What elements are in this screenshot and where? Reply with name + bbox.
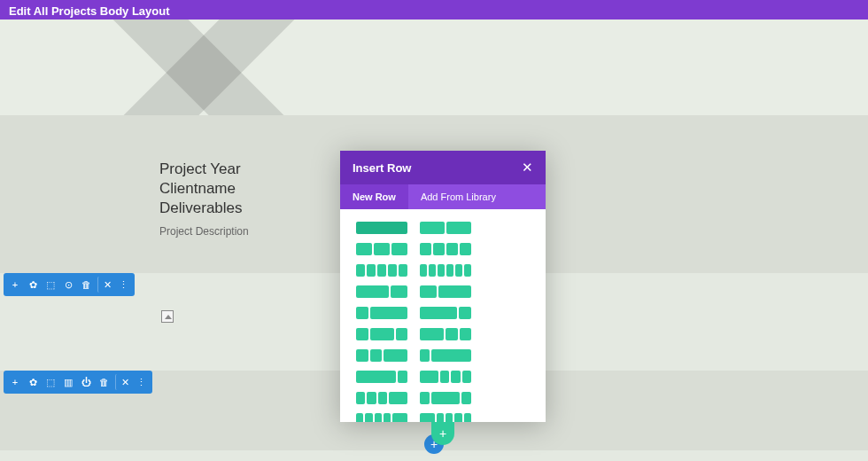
- delete-icon[interactable]: 🗑: [78, 277, 94, 293]
- hero-background-x: [115, 20, 292, 115]
- tab-new-row[interactable]: New Row: [340, 184, 408, 209]
- duplicate-icon[interactable]: ⬚: [43, 374, 58, 390]
- layout-1-2[interactable]: [420, 285, 471, 298]
- hero-section: [0, 20, 868, 115]
- layout-1-3[interactable]: [356, 307, 407, 319]
- project-description: Project Description: [159, 225, 337, 238]
- layout-4col[interactable]: [420, 243, 471, 255]
- modal-title: Insert Row: [353, 161, 411, 175]
- project-heading: Project Year Clientname Deliverables: [159, 160, 337, 218]
- text-column: Project Year Clientname Deliverables Pro…: [159, 160, 337, 238]
- insert-row-modal: Insert Row ✕ New Row Add From Library +: [340, 151, 546, 422]
- power-icon[interactable]: ⏻: [78, 374, 94, 390]
- heading-client: Clientname: [159, 180, 236, 197]
- heading-year: Project Year: [159, 160, 241, 177]
- settings-icon[interactable]: ✿: [25, 374, 41, 390]
- layout-options-grid: [340, 209, 546, 422]
- close-icon[interactable]: ✕: [97, 277, 113, 293]
- modal-header: Insert Row ✕: [340, 151, 546, 184]
- layout-1-1-4[interactable]: [356, 392, 407, 404]
- layout-2col[interactable]: [420, 222, 471, 234]
- layout-1-1-1-2[interactable]: [356, 413, 407, 422]
- layout-5col[interactable]: [356, 264, 407, 277]
- more-icon[interactable]: ⋮: [133, 374, 149, 390]
- layout-1-4[interactable]: [420, 349, 471, 362]
- modal-tabs: New Row Add From Library: [340, 184, 546, 209]
- top-bar-title: Edit All Projects Body Layout: [9, 4, 170, 18]
- tab-add-from-library[interactable]: Add From Library: [408, 184, 508, 209]
- heading-deliverables: Deliverables: [159, 199, 243, 216]
- layout-1col[interactable]: [356, 222, 407, 234]
- columns-icon[interactable]: ▥: [60, 374, 76, 390]
- layout-1-1-2[interactable]: [356, 349, 407, 362]
- layout-4-1[interactable]: [356, 371, 407, 383]
- layout-3col[interactable]: [356, 243, 407, 255]
- close-icon[interactable]: ✕: [522, 160, 533, 176]
- settings-icon[interactable]: ✿: [25, 277, 41, 293]
- layout-2-1-1[interactable]: [420, 328, 471, 340]
- section-toolbar-2: + ✿ ⬚ ▥ ⏻ 🗑 ✕ ⋮: [4, 371, 152, 394]
- delete-icon[interactable]: 🗑: [96, 374, 112, 390]
- image-placeholder-icon: [161, 310, 174, 323]
- layout-6col[interactable]: [420, 264, 471, 277]
- plus-icon: +: [439, 426, 446, 441]
- close-icon[interactable]: ✕: [115, 374, 131, 390]
- top-bar: Edit All Projects Body Layout: [0, 0, 868, 20]
- add-row-icon[interactable]: +: [431, 422, 454, 445]
- layout-2-1-1-1[interactable]: [420, 413, 471, 422]
- duplicate-icon[interactable]: ⬚: [43, 277, 58, 293]
- save-icon[interactable]: ⊙: [60, 277, 76, 293]
- layout-4-1-1[interactable]: [420, 371, 471, 383]
- layout-1-3-1[interactable]: [420, 392, 471, 404]
- layout-1-2-1[interactable]: [356, 328, 407, 340]
- section-toolbar-1: + ✿ ⬚ ⊙ 🗑 ✕ ⋮: [4, 273, 135, 296]
- layout-3-1[interactable]: [420, 307, 471, 319]
- more-icon[interactable]: ⋮: [115, 277, 131, 293]
- layout-2-1[interactable]: [356, 285, 407, 298]
- add-icon[interactable]: +: [7, 374, 23, 390]
- add-icon[interactable]: +: [7, 277, 23, 293]
